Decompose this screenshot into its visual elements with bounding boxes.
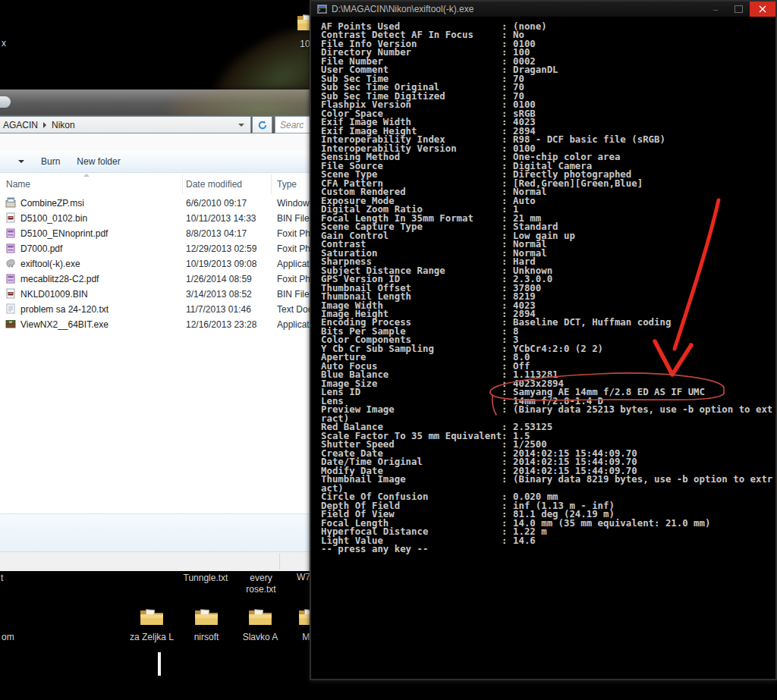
refresh-icon (257, 120, 268, 130)
file-name[interactable]: ViewNX2__64BIT.exe (20, 319, 109, 330)
console-titlebar[interactable]: D:\MAGACIN\Nikon\exiftool(-k).exe – (311, 2, 775, 17)
column-header-date[interactable]: Date modified (186, 179, 242, 190)
file-row[interactable]: CombineZP.msi6/6/2010 09:17Windows (0, 196, 311, 211)
breadcrumb-arrow-icon (43, 122, 46, 128)
file-type-icon (5, 288, 16, 301)
file-name[interactable]: exiftool(-k).exe (20, 259, 80, 269)
console-window: D:\MAGACIN\Nikon\exiftool(-k).exe – AF P… (310, 0, 777, 680)
address-row: AGACIN Nikon Searc (0, 115, 311, 133)
file-type-icon (5, 197, 16, 210)
file-row[interactable]: exiftool(-k).exe10/19/2013 09:08Applicat… (0, 256, 311, 272)
folder-icon[interactable] (247, 605, 274, 628)
new-folder-button[interactable]: New folder (77, 156, 120, 167)
column-headers: Name Date modified Type (0, 173, 311, 196)
file-list: CombineZP.msi6/6/2010 09:17WindowsD5100_… (0, 196, 311, 332)
file-type-icon (5, 319, 16, 331)
file-type-icon (5, 303, 16, 316)
status-bar (0, 551, 311, 571)
file-date-modified: 10/11/2013 14:33 (186, 213, 256, 224)
file-date-modified: 8/8/2013 04:17 (186, 228, 247, 239)
desktop-icon-label[interactable]: Tunngle.txt (179, 573, 232, 584)
file-date-modified: 11/7/2013 01:46 (186, 304, 251, 315)
folder-icon[interactable] (138, 605, 165, 628)
desktop-icon-label[interactable]: t (1, 573, 11, 584)
file-row[interactable]: D5100_0102.bin10/11/2013 14:33BIN File (0, 211, 311, 226)
file-type-icon (5, 212, 16, 225)
close-icon (759, 5, 766, 13)
explorer-titlebar[interactable] (0, 89, 311, 115)
maximize-button[interactable] (727, 2, 750, 17)
file-name[interactable]: D5100_0102.bin (20, 213, 87, 224)
console-title: D:\MAGACIN\Nikon\exiftool(-k).exe (332, 4, 704, 14)
console-output[interactable]: AF Points Used : (none) Contrast Detect … (311, 17, 775, 554)
file-name[interactable]: D5100_ENnoprint.pdf (20, 228, 108, 239)
folder-icon[interactable] (193, 605, 220, 628)
file-name[interactable]: D7000.pdf (20, 243, 62, 254)
desktop-icon-label[interactable]: every rose.txt (238, 573, 285, 595)
desktop-icon-label[interactable]: x (2, 38, 6, 49)
search-placeholder: Searc (280, 120, 304, 130)
file-date-modified: 1/26/2014 08:59 (186, 274, 252, 284)
file-name[interactable]: mecablitz28-C2.pdf (20, 274, 99, 284)
file-row[interactable]: ViewNX2__64BIT.exe12/16/2013 23:28Applic… (0, 317, 311, 332)
minimize-button[interactable]: – (704, 2, 727, 17)
maximize-icon (735, 5, 743, 13)
glass-flare (167, 89, 311, 115)
file-type: Text Doc (277, 304, 313, 315)
column-divider[interactable] (182, 174, 183, 194)
file-type: Windows (277, 198, 314, 209)
file-type: BIN File (277, 213, 310, 224)
command-toolbar: Burn New folder (0, 151, 311, 173)
back-button[interactable] (0, 96, 11, 108)
address-bar[interactable]: AGACIN Nikon (0, 116, 251, 133)
chevron-down-icon[interactable] (18, 160, 24, 163)
file-type-icon (5, 243, 16, 256)
desktop-icon-label[interactable]: om (2, 632, 24, 643)
file-row[interactable]: mecablitz28-C2.pdf1/26/2014 08:59Foxit P… (0, 272, 311, 287)
breadcrumb-segment[interactable]: Nikon (49, 120, 78, 130)
explorer-window: AGACIN Nikon Searc Burn New folder Name … (0, 89, 311, 570)
file-row[interactable]: NKLD01009.BIN3/14/2013 08:52BIN File (0, 287, 311, 302)
menu-band (0, 133, 311, 151)
close-button[interactable] (750, 2, 775, 17)
file-row[interactable]: D5100_ENnoprint.pdf8/8/2013 04:17Foxit P… (0, 226, 311, 241)
refresh-button[interactable] (252, 116, 272, 133)
sort-ascending-icon (83, 174, 90, 177)
status-divider (279, 554, 280, 570)
file-type: BIN File (277, 289, 310, 300)
column-divider[interactable] (271, 174, 272, 194)
file-date-modified: 10/19/2013 09:08 (186, 259, 256, 269)
file-row[interactable]: D7000.pdf12/29/2013 02:59Foxit Pha (0, 241, 311, 256)
desktop-icon-label[interactable]: za Zeljka L (121, 632, 182, 643)
console-app-icon (317, 5, 327, 14)
desktop: { "desktop": { "top_left_label": "x", "t… (0, 0, 777, 700)
file-type-icon (5, 258, 16, 271)
desktop-artifact (158, 652, 161, 676)
file-type-icon (5, 273, 16, 286)
desktop-icon-label[interactable]: nirsoft (176, 632, 237, 643)
file-date-modified: 6/6/2010 09:17 (186, 198, 247, 209)
column-header-type[interactable]: Type (277, 179, 297, 190)
file-row[interactable]: problem sa 24-120.txt11/7/2013 01:46Text… (0, 302, 311, 317)
details-pane (0, 513, 311, 552)
file-name[interactable]: NKLD01009.BIN (20, 289, 88, 300)
file-name[interactable]: CombineZP.msi (20, 198, 84, 209)
file-type-icon (5, 228, 16, 240)
burn-button[interactable]: Burn (41, 156, 60, 167)
file-date-modified: 3/14/2013 08:52 (186, 289, 252, 300)
breadcrumb-segment[interactable]: AGACIN (0, 120, 41, 130)
file-name[interactable]: problem sa 24-120.txt (20, 304, 109, 315)
column-header-name[interactable]: Name (6, 179, 30, 190)
file-date-modified: 12/29/2013 02:59 (186, 243, 256, 254)
chevron-down-icon[interactable] (238, 124, 244, 127)
file-date-modified: 12/16/2013 23:28 (186, 319, 256, 330)
